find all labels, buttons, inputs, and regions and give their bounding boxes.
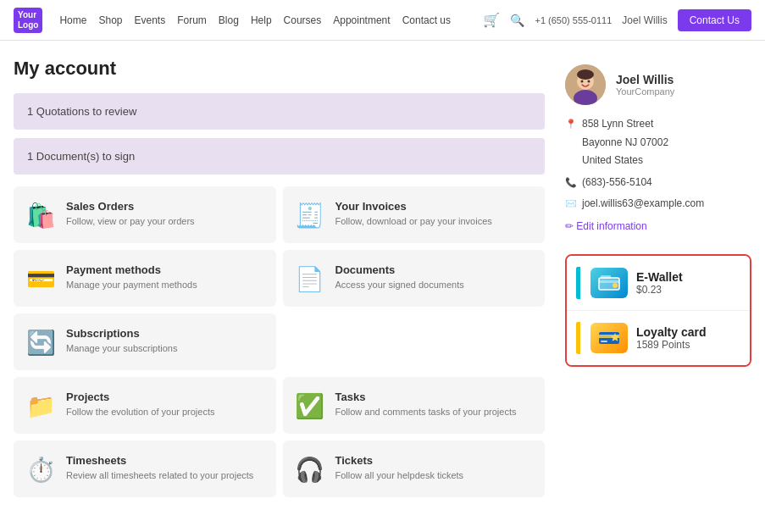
ewallet-title: E-Wallet (636, 270, 683, 284)
invoices-desc: Follow, download or pay your invoices (335, 215, 492, 228)
left-panel: My account 1 Quotations to review 1 Docu… (14, 58, 545, 497)
user-phone: (683)-556-5104 (582, 174, 652, 192)
tasks-title: Tasks (335, 391, 517, 403)
card-empty (283, 313, 546, 370)
nav-help[interactable]: Help (251, 14, 272, 26)
payment-desc: Manage your payment methods (66, 279, 197, 291)
tickets-title: Tickets (335, 454, 464, 467)
svg-rect-8 (599, 280, 619, 283)
logo[interactable]: Your Logo (14, 8, 42, 33)
address-line1: 858 Lynn Street (582, 115, 668, 134)
ewallet-value: $0.23 (636, 284, 683, 296)
edit-info-link[interactable]: ✏ Edit information (565, 220, 751, 232)
contact-us-button[interactable]: Contact Us (678, 9, 751, 31)
invoices-title: Your Invoices (335, 200, 492, 213)
nav-right: 🛒 🔍 +1 (650) 555-0111 Joel Willis Contac… (483, 9, 751, 31)
documents-title: Documents (335, 263, 464, 276)
timesheets-icon: ⏱️ (25, 456, 56, 484)
user-details: 📍 858 Lynn Street Bayonne NJ 07002 Unite… (565, 115, 751, 213)
ewallet-card[interactable]: E-Wallet $0.23 (567, 256, 750, 311)
projects-title: Projects (66, 391, 214, 403)
sales-orders-icon: 🛍️ (25, 202, 56, 230)
alert-documents[interactable]: 1 Document(s) to sign (14, 138, 545, 175)
sales-orders-title: Sales Orders (66, 200, 195, 213)
invoices-icon: 🧾 (295, 202, 325, 230)
cart-icon[interactable]: 🛒 (483, 12, 500, 28)
tickets-icon: 🎧 (295, 456, 325, 484)
sales-orders-desc: Follow, view or pay your orders (66, 215, 195, 228)
documents-desc: Access your signed documents (335, 279, 464, 291)
address-line2: Bayonne NJ 07002 (582, 134, 668, 152)
ewallet-accent (576, 267, 580, 299)
user-name: Joel Willis (616, 73, 674, 86)
address-line3: United States (582, 152, 668, 170)
page-title: My account (14, 58, 545, 80)
nav-home[interactable]: Home (59, 14, 86, 26)
user-profile-header: Joel Willis YourCompany (565, 64, 751, 105)
phone-icon: 📞 (565, 175, 577, 191)
timesheets-title: Timesheets (66, 454, 253, 467)
navbar: Your Logo Home Shop Events Forum Blog He… (0, 0, 765, 41)
tasks-icon: ✅ (295, 392, 325, 420)
subscriptions-icon: 🔄 (25, 329, 56, 357)
location-icon: 📍 (565, 116, 577, 133)
loyalty-card[interactable]: Loyalty card 1589 Points (567, 311, 750, 365)
nav-blog[interactable]: Blog (219, 14, 239, 26)
user-menu[interactable]: Joel Willis (622, 14, 667, 26)
nav-courses[interactable]: Courses (284, 14, 322, 26)
documents-icon: 📄 (295, 265, 325, 293)
card-payment[interactable]: 💳 Payment methods Manage your payment me… (14, 250, 276, 307)
nav-shop[interactable]: Shop (98, 14, 122, 26)
tickets-desc: Follow all your helpdesk tickets (335, 469, 464, 482)
payment-icon: 💳 (25, 265, 56, 293)
svg-rect-10 (601, 275, 611, 279)
card-documents[interactable]: 📄 Documents Access your signed documents (283, 250, 546, 307)
nav-events[interactable]: Events (134, 14, 165, 26)
svg-point-9 (613, 283, 618, 288)
avatar (565, 64, 606, 105)
svg-rect-13 (601, 341, 607, 342)
user-email: joel.willis63@example.com (582, 195, 704, 213)
payment-title: Payment methods (66, 263, 197, 276)
logo-icon: Your Logo (14, 8, 42, 33)
right-panel: Joel Willis YourCompany 📍 858 Lynn Stree… (565, 58, 751, 497)
user-company: YourCompany (616, 86, 674, 97)
card-tasks[interactable]: ✅ Tasks Follow and comments tasks of you… (283, 377, 546, 434)
card-invoices[interactable]: 🧾 Your Invoices Follow, download or pay … (283, 186, 546, 243)
ewallet-icon-wrap (590, 268, 628, 298)
nav-appointment[interactable]: Appointment (333, 14, 390, 26)
tasks-desc: Follow and comments tasks of your projec… (335, 406, 517, 418)
loyalty-title: Loyalty card (636, 325, 706, 339)
alert-quotations[interactable]: 1 Quotations to review (14, 93, 545, 130)
card-timesheets[interactable]: ⏱️ Timesheets Review all timesheets rela… (14, 441, 276, 497)
subscriptions-desc: Manage your subscriptions (66, 342, 177, 355)
nav-forum[interactable]: Forum (177, 14, 207, 26)
projects-icon: 📁 (25, 392, 56, 420)
card-subscriptions[interactable]: 🔄 Subscriptions Manage your subscription… (14, 313, 276, 370)
search-icon[interactable]: 🔍 (510, 14, 524, 27)
wallet-section: E-Wallet $0.23 (565, 254, 751, 367)
loyalty-icon-wrap (590, 323, 628, 353)
loyalty-value: 1589 Points (636, 339, 706, 351)
main-content: My account 1 Quotations to review 1 Docu… (0, 41, 765, 514)
card-projects[interactable]: 📁 Projects Follow the evolution of your … (14, 377, 276, 434)
card-sales-orders[interactable]: 🛍️ Sales Orders Follow, view or pay your… (14, 186, 276, 243)
svg-point-4 (581, 80, 584, 83)
phone-number: +1 (650) 555-0111 (535, 15, 612, 25)
nav-contact[interactable]: Contact us (402, 14, 451, 26)
subscriptions-title: Subscriptions (66, 327, 177, 340)
svg-point-3 (577, 69, 594, 80)
user-profile: Joel Willis YourCompany 📍 858 Lynn Stree… (565, 58, 751, 246)
nav-links: Home Shop Events Forum Blog Help Courses… (59, 14, 483, 26)
timesheets-desc: Review all timesheets related to your pr… (66, 469, 253, 482)
email-icon: ✉️ (565, 196, 577, 213)
svg-point-5 (588, 80, 590, 83)
cards-grid: 🛍️ Sales Orders Follow, view or pay your… (14, 186, 545, 497)
loyalty-accent (576, 322, 580, 354)
card-tickets[interactable]: 🎧 Tickets Follow all your helpdesk ticke… (283, 441, 546, 497)
projects-desc: Follow the evolution of your projects (66, 406, 214, 418)
